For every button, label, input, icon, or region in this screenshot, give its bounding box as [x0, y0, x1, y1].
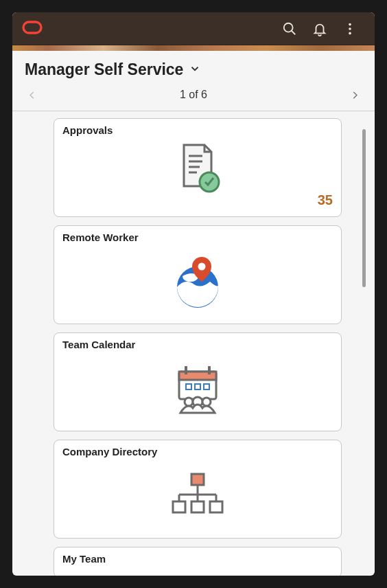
svg-point-12 — [198, 262, 206, 270]
svg-rect-0 — [23, 22, 41, 33]
document-check-icon — [62, 140, 333, 195]
svg-point-22 — [202, 398, 211, 406]
pager-next-button[interactable] — [350, 89, 360, 105]
svg-rect-16 — [208, 366, 211, 374]
tile-my-team[interactable]: My Team — [54, 547, 342, 576]
pager-label: 1 of 6 — [180, 89, 207, 101]
notifications-icon[interactable] — [305, 14, 335, 44]
tile-title: Approvals — [62, 124, 333, 136]
search-icon[interactable] — [274, 14, 305, 44]
oracle-logo-icon[interactable] — [22, 21, 43, 37]
page-title: Manager Self Service — [25, 60, 183, 79]
globe-pin-icon — [62, 247, 333, 315]
svg-rect-29 — [173, 501, 185, 512]
svg-point-4 — [349, 27, 351, 30]
pager-prev-button[interactable] — [27, 89, 37, 105]
svg-point-5 — [349, 32, 351, 34]
chevron-down-icon — [189, 63, 201, 78]
svg-line-2 — [292, 30, 296, 34]
tile-title: Team Calendar — [62, 339, 333, 350]
tile-title: My Team — [62, 553, 333, 565]
svg-point-1 — [284, 23, 293, 32]
app-header — [12, 12, 375, 45]
svg-point-3 — [349, 23, 351, 25]
org-chart-icon — [62, 462, 333, 530]
page-pager: 1 of 6 — [12, 86, 375, 111]
svg-point-20 — [185, 398, 193, 406]
tile-company-directory[interactable]: Company Directory — [54, 440, 342, 539]
svg-rect-31 — [210, 501, 222, 512]
tile-team-calendar[interactable]: Team Calendar — [54, 332, 342, 431]
tile-remote-worker[interactable]: Remote Worker — [54, 225, 342, 324]
tile-approvals[interactable]: Approvals 35 — [54, 118, 342, 217]
homepage-selector[interactable]: Manager Self Service — [12, 51, 375, 86]
calendar-people-icon — [62, 354, 333, 422]
svg-rect-23 — [191, 474, 204, 485]
tile-container: Approvals 35 Remote Worke — [12, 111, 375, 576]
tile-badge: 35 — [62, 192, 333, 208]
tile-title: Company Directory — [62, 446, 333, 457]
more-menu-icon[interactable] — [335, 14, 365, 44]
tile-title: Remote Worker — [62, 231, 333, 243]
brand-banner — [12, 45, 375, 51]
svg-rect-15 — [185, 366, 187, 374]
svg-rect-30 — [191, 501, 204, 512]
